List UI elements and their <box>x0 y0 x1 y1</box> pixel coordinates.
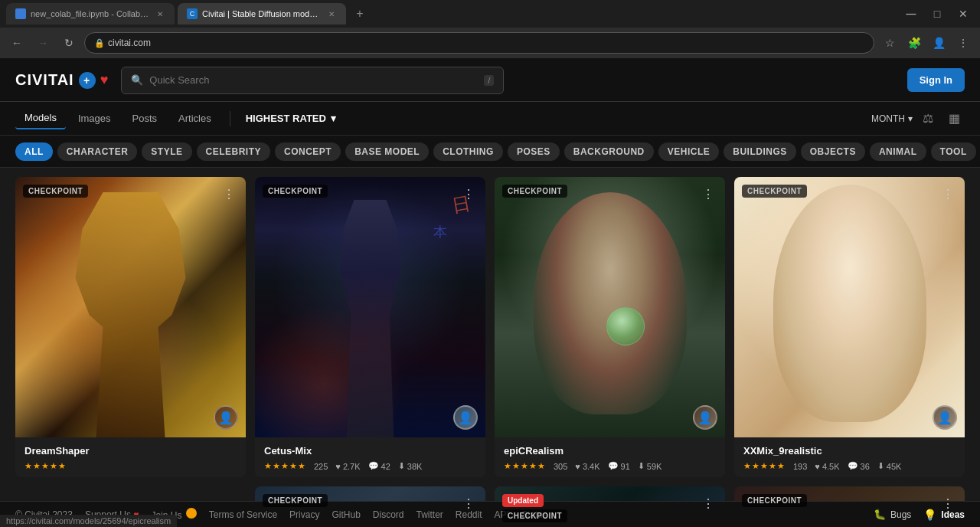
download-icon-2: ⬇ <box>398 461 405 471</box>
cat-buildings[interactable]: BUILDINGS <box>724 142 796 161</box>
cat-base-model[interactable]: BASE MODEL <box>345 142 429 161</box>
bubblegum-bubble <box>606 307 645 345</box>
tab-colab[interactable]: new_colab_file.ipynb - Collabora... ✕ <box>6 3 175 25</box>
card-stars-1: ★★★★★ <box>24 461 67 471</box>
model-card-xxmix[interactable]: CHECKPOINT ⋮ XXMix_9realistic ★★★★★ 193 … <box>734 177 965 477</box>
model-card-epicrealism[interactable]: CHECKPOINT ⋮ epiCRealism ★★★★★ 305 ♥ 3.4… <box>495 177 725 477</box>
logo-text: CIVITAI <box>15 71 74 89</box>
tab-models[interactable]: Models <box>15 107 66 129</box>
cat-character[interactable]: CHARACTER <box>57 142 138 161</box>
extensions-icon[interactable]: 🧩 <box>903 32 925 54</box>
partial-badge-3: CHECKPOINT <box>742 494 807 507</box>
cat-all[interactable]: ALL <box>15 142 53 161</box>
likes-stat-2: ♥ 2.7K <box>335 462 360 471</box>
cat-style[interactable]: STYLE <box>142 142 191 161</box>
forward-button[interactable]: → <box>32 32 54 54</box>
sort-label: HIGHEST RATED <box>246 113 326 124</box>
card-image-4: CHECKPOINT ⋮ <box>734 177 965 437</box>
time-label: MONTH <box>871 113 905 124</box>
checkpoint-badge-2: CHECKPOINT <box>263 185 328 198</box>
cat-animal[interactable]: ANIMAL <box>870 142 926 161</box>
cat-celebrity[interactable]: CELEBRITY <box>197 142 271 161</box>
tab-articles[interactable]: Articles <box>169 108 220 129</box>
filter-bar: Models Images Posts Articles HIGHEST RAT… <box>0 102 980 136</box>
cat-tool[interactable]: TOOL <box>931 142 976 161</box>
cat-clothing[interactable]: CLOTHING <box>433 142 503 161</box>
card-avatar-2 <box>453 405 478 430</box>
card-info-3: epiCRealism ★★★★★ 305 ♥ 3.4K 💬 91 ⬇ 59K <box>495 437 725 477</box>
back-button[interactable]: ← <box>6 32 28 54</box>
time-filter-button[interactable]: MONTH ▾ <box>871 113 913 124</box>
browser-chrome: new_colab_file.ipynb - Collabora... ✕ C … <box>0 0 980 59</box>
footer-bugs-button[interactable]: 🐛 Bugs <box>874 509 911 520</box>
footer-privacy-link[interactable]: Privacy <box>289 509 319 520</box>
cat-poses[interactable]: POSES <box>508 142 560 161</box>
model-card-dreamshaper[interactable]: CHECKPOINT ⋮ DreamShaper ★★★★★ <box>15 177 246 477</box>
cat-concept[interactable]: CONCEPT <box>275 142 341 161</box>
profile-icon[interactable]: 👤 <box>928 32 949 54</box>
toolbar-actions: ☆ 🧩 👤 ⋮ <box>879 32 974 54</box>
card-info-1: DreamShaper ★★★★★ <box>15 437 246 477</box>
card-image-1: CHECKPOINT ⋮ <box>15 177 246 437</box>
tab-civitai[interactable]: C Civitai | Stable Diffusion models... ✕ <box>178 3 346 25</box>
card-menu-3[interactable]: ⋮ <box>699 185 717 203</box>
cat-vehicle[interactable]: VEHICLE <box>658 142 720 161</box>
refresh-button[interactable]: ↻ <box>58 32 80 54</box>
footer-discord-link[interactable]: Discord <box>373 509 404 520</box>
figure-art-2 <box>317 200 424 437</box>
figure-art-4 <box>773 185 926 422</box>
bug-icon: 🐛 <box>874 509 886 520</box>
card-menu-1[interactable]: ⋮ <box>220 185 238 203</box>
heart-icon-2: ♥ <box>335 462 341 471</box>
footer-tos-link[interactable]: Terms of Service <box>209 509 277 520</box>
heart-icon-3: ♥ <box>575 462 580 471</box>
tab-images[interactable]: Images <box>69 108 120 129</box>
search-bar[interactable]: 🔍 / <box>121 67 504 94</box>
logo-heart-icon[interactable]: ♥ <box>100 72 109 88</box>
search-icon: 🔍 <box>131 74 143 86</box>
sort-button[interactable]: HIGHEST RATED ▾ <box>240 108 342 129</box>
model-card-cetusmix[interactable]: 日 本 CHECKPOINT ⋮ Cetus-Mix ★★★★★ 225 ♥ 2… <box>255 177 485 477</box>
partial-menu-3[interactable]: ⋮ <box>939 494 957 512</box>
maximize-button[interactable]: □ <box>926 3 948 25</box>
close-button[interactable]: ✕ <box>952 3 974 25</box>
tab-favicon-civitai: C <box>187 8 198 19</box>
tab-close-civitai[interactable]: ✕ <box>326 8 337 19</box>
logo-plus-button[interactable]: + <box>79 72 96 89</box>
rating-count-3: 305 <box>554 462 567 471</box>
filter-options-button[interactable]: ⚖ <box>917 108 939 129</box>
comments-stat-2: 💬 42 <box>368 461 390 471</box>
footer-github-link[interactable]: GitHub <box>332 509 360 520</box>
sign-in-button[interactable]: Sign In <box>907 68 965 92</box>
figure-art-3 <box>534 192 687 414</box>
comment-icon-3: 💬 <box>608 461 619 471</box>
cat-objects[interactable]: OBJECTS <box>801 142 865 161</box>
card-title-3: epiCRealism <box>504 445 716 457</box>
new-tab-button[interactable]: + <box>349 3 371 25</box>
cat-background[interactable]: BACKGROUND <box>564 142 654 161</box>
comments-stat-3: 💬 91 <box>608 461 630 471</box>
card-menu-4[interactable]: ⋮ <box>939 185 957 203</box>
category-bar: ALL CHARACTER STYLE CELEBRITY CONCEPT BA… <box>0 136 980 168</box>
card-menu-2[interactable]: ⋮ <box>459 185 478 203</box>
footer-twitter-link[interactable]: Twitter <box>416 509 443 520</box>
checkpoint-badge-4: CHECKPOINT <box>742 185 807 198</box>
downloads-stat-3: ⬇ 59K <box>638 461 662 471</box>
card-avatar-1 <box>214 405 238 430</box>
partial-menu-2[interactable]: ⋮ <box>699 494 717 512</box>
logo[interactable]: CIVITAI + ♥ <box>15 71 109 89</box>
search-input[interactable] <box>149 74 478 86</box>
search-shortcut: / <box>484 75 494 86</box>
tab-label-colab: new_colab_file.ipynb - Collabora... <box>31 9 150 18</box>
status-bar-url: https://civitai.com/models/25694/epicrea… <box>0 515 177 527</box>
url-bar[interactable]: 🔒 civitai.com <box>84 32 874 54</box>
bookmark-icon[interactable]: ☆ <box>879 32 900 54</box>
partial-menu-1[interactable]: ⋮ <box>459 494 478 512</box>
minimize-button[interactable]: ─ <box>900 3 922 25</box>
comment-icon-4: 💬 <box>848 461 858 471</box>
grid-view-button[interactable]: ▦ <box>943 108 965 129</box>
menu-icon[interactable]: ⋮ <box>952 32 974 54</box>
tab-close-colab[interactable]: ✕ <box>155 8 165 19</box>
card-title-2: Cetus-Mix <box>264 445 476 457</box>
tab-posts[interactable]: Posts <box>123 108 167 129</box>
